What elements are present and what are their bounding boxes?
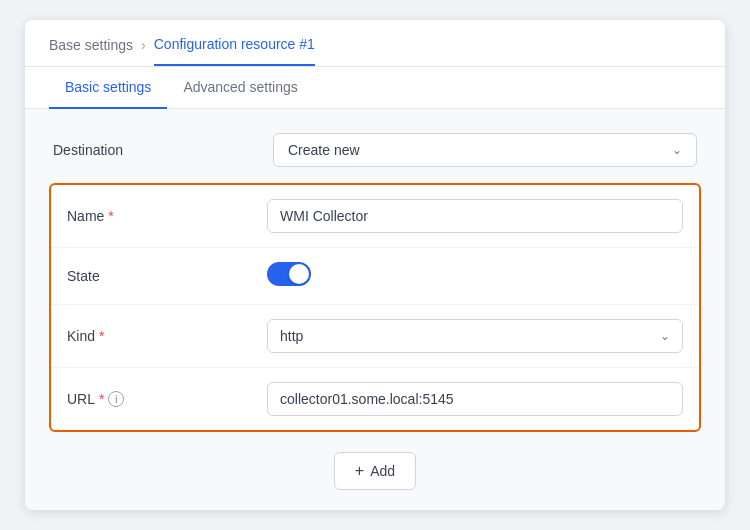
orange-box: Name* State <box>49 183 701 432</box>
top-nav: Base settings › Configuration resource #… <box>25 20 725 67</box>
kind-chevron-icon: ⌄ <box>660 329 670 343</box>
name-required: * <box>108 208 113 224</box>
url-row: URL* i <box>51 368 699 430</box>
destination-select[interactable]: Create new ⌄ <box>273 133 697 167</box>
name-control <box>267 199 683 233</box>
plus-icon: + <box>355 462 364 480</box>
sub-tabs: Basic settings Advanced settings <box>25 67 725 109</box>
kind-value: http <box>280 328 303 344</box>
add-button[interactable]: + Add <box>334 452 416 490</box>
main-card: Base settings › Configuration resource #… <box>25 20 725 510</box>
content-area: Basic settings Advanced settings Destina… <box>25 67 725 510</box>
kind-select[interactable]: http ⌄ <box>267 319 683 353</box>
destination-row: Destination Create new ⌄ <box>49 133 701 167</box>
tab-advanced[interactable]: Advanced settings <box>167 67 313 109</box>
breadcrumb-sep: › <box>133 37 154 65</box>
kind-label: Kind* <box>67 328 267 344</box>
toggle-knob <box>289 264 309 284</box>
state-control <box>267 262 683 290</box>
name-label: Name* <box>67 208 267 224</box>
destination-label: Destination <box>53 142 273 158</box>
url-control <box>267 382 683 416</box>
add-label: Add <box>370 463 395 479</box>
url-label: URL* i <box>67 391 267 407</box>
state-toggle-wrapper <box>267 262 311 286</box>
kind-row: Kind* http ⌄ <box>51 305 699 368</box>
state-toggle[interactable] <box>267 262 311 286</box>
tab-basic[interactable]: Basic settings <box>49 67 167 109</box>
name-row: Name* <box>51 185 699 248</box>
state-label: State <box>67 268 267 284</box>
state-row: State <box>51 248 699 305</box>
destination-value: Create new <box>288 142 360 158</box>
url-input[interactable] <box>267 382 683 416</box>
add-btn-row: + Add <box>49 452 701 490</box>
kind-control: http ⌄ <box>267 319 683 353</box>
url-required: * <box>99 391 104 407</box>
breadcrumb-base[interactable]: Base settings <box>49 37 133 65</box>
name-input[interactable] <box>267 199 683 233</box>
chevron-down-icon: ⌄ <box>672 143 682 157</box>
url-info-icon[interactable]: i <box>108 391 124 407</box>
kind-required: * <box>99 328 104 344</box>
breadcrumb-config[interactable]: Configuration resource #1 <box>154 36 315 66</box>
form-area: Destination Create new ⌄ Name* <box>49 133 701 490</box>
